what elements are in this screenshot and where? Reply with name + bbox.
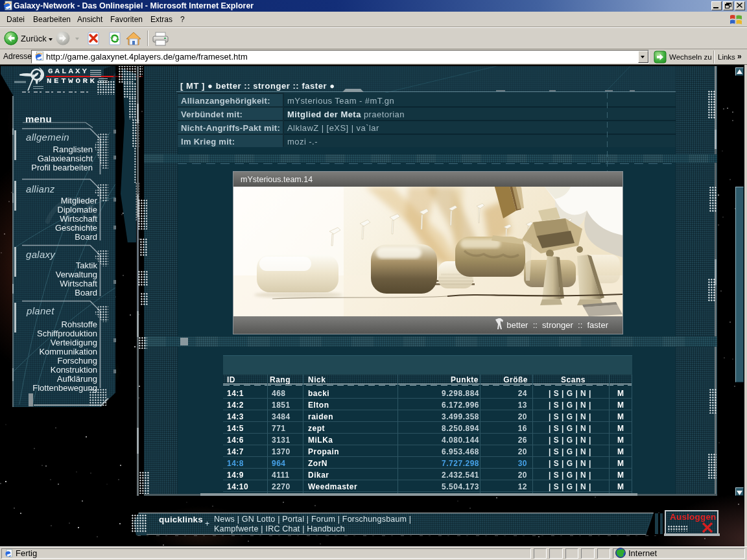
svg-text:mYsterious.team.14: mYsterious.team.14: [241, 175, 313, 184]
svg-text:better :: stronger :: fast: better :: stronger :: faster: [506, 320, 608, 330]
